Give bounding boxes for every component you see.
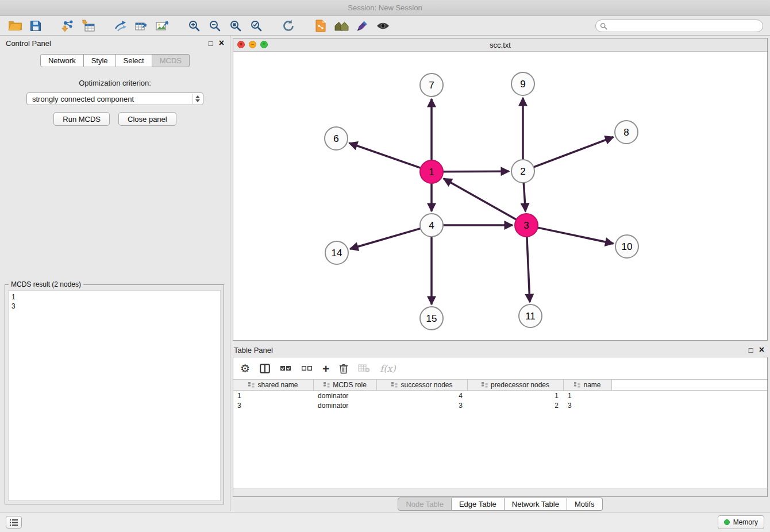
column-header-name[interactable]: name (564, 380, 612, 390)
new-network-icon (114, 20, 128, 32)
cell-mcds-role[interactable]: dominator (314, 392, 377, 400)
import-network-icon (61, 20, 75, 32)
node-label-9: 9 (520, 79, 525, 90)
memory-button[interactable]: Memory (718, 515, 764, 529)
tab-select[interactable]: Select (116, 54, 152, 67)
deselect-all-icon[interactable] (301, 364, 313, 373)
criterion-dropdown[interactable]: strongly connected component (26, 92, 203, 105)
export-image-button[interactable] (152, 18, 172, 34)
delete-table-icon (358, 364, 370, 373)
table-options-icon[interactable]: ⚙ (240, 363, 250, 374)
new-table-button[interactable] (131, 18, 152, 34)
cell-name[interactable]: 1 (564, 392, 612, 400)
table-row[interactable]: 3 dominator 3 2 3 (233, 400, 767, 410)
table-header-row: shared name MCDS role successor nodes pr… (233, 379, 767, 391)
run-mcds-button[interactable]: Run MCDS (53, 112, 110, 126)
window-controls: × − + (237, 41, 268, 48)
cell-successor-nodes[interactable]: 3 (377, 402, 468, 410)
zoom-fit-icon (229, 20, 242, 32)
zoom-fit-button[interactable] (225, 18, 246, 34)
node-label-11: 11 (525, 311, 536, 322)
add-row-icon[interactable]: + (322, 363, 329, 375)
column-header-successor-nodes[interactable]: successor nodes (377, 380, 468, 390)
open-folder-icon (8, 20, 22, 31)
tab-edge-table[interactable]: Edge Table (452, 498, 505, 511)
window-title: Session: New Session (348, 3, 422, 12)
network-canvas[interactable]: 7968124314101511 (233, 52, 767, 340)
close-panel-icon[interactable]: × (219, 38, 224, 48)
apply-layout-icon (282, 19, 295, 33)
horizontal-scrollbar[interactable] (233, 488, 767, 496)
tab-motifs[interactable]: Motifs (567, 498, 603, 511)
edge-2-8[interactable] (534, 137, 614, 167)
float-table-panel-icon[interactable]: □ (749, 346, 753, 354)
sort-icon (248, 382, 255, 388)
control-panel-header: Control Panel □ × (0, 36, 230, 51)
sort-icon (574, 382, 580, 388)
application-window: Session: New Session (0, 0, 770, 532)
table-row[interactable]: 1 dominator 4 1 1 (233, 391, 767, 400)
close-panel-button[interactable]: Close panel (118, 112, 176, 126)
import-network-button[interactable] (57, 18, 78, 34)
tab-network-table[interactable]: Network Table (505, 498, 567, 511)
apply-layout-button[interactable] (278, 18, 299, 34)
edge-2-3[interactable] (523, 183, 525, 211)
maximize-window-icon[interactable]: + (260, 41, 268, 48)
import-table-button[interactable] (78, 18, 99, 34)
search-input[interactable] (595, 20, 763, 32)
close-table-panel-icon[interactable]: × (759, 345, 764, 354)
close-window-icon[interactable]: × (237, 41, 245, 48)
task-history-button[interactable] (6, 516, 22, 529)
edge-3-11[interactable] (527, 237, 530, 302)
annotation-button[interactable] (352, 18, 372, 34)
save-session-button[interactable] (25, 18, 46, 34)
cell-name[interactable]: 3 (564, 402, 612, 410)
zoom-in-button[interactable] (184, 18, 205, 34)
column-header-mcds-role[interactable]: MCDS role (314, 380, 377, 390)
network-window-titlebar[interactable]: × − + scc.txt (233, 38, 767, 52)
tab-style[interactable]: Style (84, 54, 116, 67)
edge-3-1[interactable] (444, 179, 517, 219)
delete-row-icon[interactable] (339, 363, 348, 374)
cell-shared-name[interactable]: 3 (233, 402, 314, 410)
tab-node-table[interactable]: Node Table (398, 498, 452, 511)
network-window-title: scc.txt (490, 41, 511, 49)
show-hide-button[interactable] (372, 18, 393, 34)
first-neighbors-button[interactable] (331, 18, 352, 34)
zoom-out-button[interactable] (205, 18, 225, 34)
sort-icon (482, 382, 488, 388)
mcds-result-list[interactable]: 1 3 (8, 290, 221, 501)
cell-predecessor-nodes[interactable]: 1 (468, 392, 564, 400)
show-columns-icon[interactable] (260, 364, 270, 373)
main-toolbar (0, 16, 770, 36)
cell-shared-name[interactable]: 1 (233, 392, 314, 400)
tab-network[interactable]: Network (40, 54, 84, 67)
node-label-6: 6 (333, 133, 338, 144)
edge-3-10[interactable] (538, 228, 614, 244)
column-label: name (583, 381, 600, 389)
annotation-icon (356, 20, 368, 32)
edge-1-2[interactable] (443, 171, 509, 172)
window-titlebar[interactable]: Session: New Session (0, 0, 770, 16)
minimize-window-icon[interactable]: − (249, 41, 256, 48)
open-session-button[interactable] (5, 18, 25, 34)
new-network-button[interactable] (110, 18, 131, 34)
edge-4-14[interactable] (350, 229, 421, 249)
cell-successor-nodes[interactable]: 4 (377, 392, 468, 400)
edge-1-6[interactable] (349, 143, 421, 168)
zoom-in-icon (188, 20, 201, 32)
float-panel-icon[interactable]: □ (209, 40, 213, 47)
column-header-predecessor-nodes[interactable]: predecessor nodes (468, 380, 564, 390)
node-label-7: 7 (429, 80, 434, 91)
zoom-selected-icon (250, 20, 263, 32)
zoom-selected-button[interactable] (246, 18, 267, 34)
cell-predecessor-nodes[interactable]: 2 (468, 402, 564, 410)
table-panel-tabs: Node Table Edge Table Network Table Moti… (233, 496, 768, 511)
copy-style-button[interactable] (310, 18, 331, 34)
node-label-14: 14 (332, 248, 342, 259)
cell-mcds-role[interactable]: dominator (314, 402, 377, 410)
new-table-icon (134, 20, 148, 32)
tab-mcds[interactable]: MCDS (152, 54, 190, 67)
column-header-shared-name[interactable]: shared name (233, 380, 314, 390)
select-all-icon[interactable] (280, 364, 291, 373)
